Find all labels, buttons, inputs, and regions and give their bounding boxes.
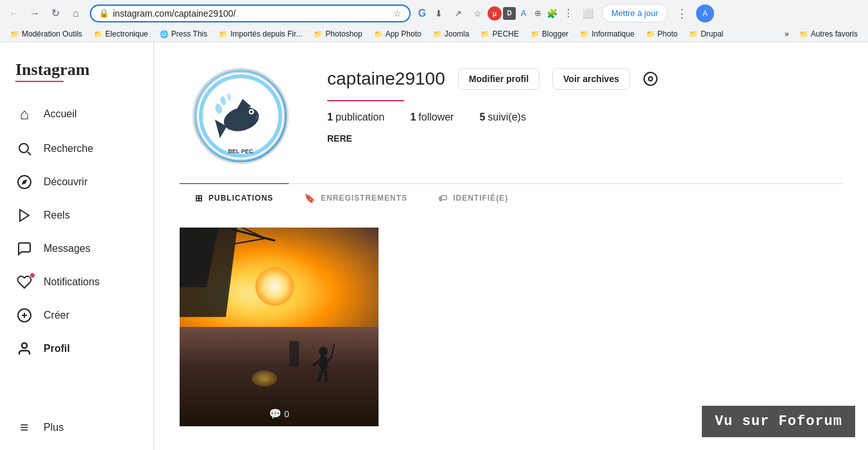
grid-icon: ⊞	[195, 193, 203, 203]
bookmark-label: PECHE	[492, 29, 518, 38]
sidebar-item-creer[interactable]: Créer	[8, 300, 146, 331]
bookmark-label: Importés depuis Fir...	[230, 29, 302, 38]
bookmark-press-this[interactable]: 🌐 Press This	[155, 28, 212, 40]
notification-dot	[30, 272, 35, 278]
folder-icon: 📁	[219, 30, 228, 38]
post-thumbnail[interactable]: 💬 0	[180, 228, 379, 426]
sidebar-item-label: Notifications	[44, 276, 99, 288]
sidebar-item-decouvrir[interactable]: Découvrir	[8, 167, 146, 197]
settings-button[interactable]	[643, 71, 658, 87]
sidebar-item-profil[interactable]: Profil	[8, 333, 146, 364]
sidebar-item-notifications[interactable]: Notifications	[8, 267, 146, 297]
followers-count: 1	[410, 112, 416, 123]
tab-label: ENREGISTREMENTS	[321, 194, 407, 203]
svg-line-1	[28, 152, 31, 155]
bookmark-icon: 🔖	[304, 193, 316, 203]
ext-translate-icon[interactable]: A	[517, 7, 530, 20]
bookmark-joomla[interactable]: 📁 Joomla	[428, 28, 475, 40]
bookmark-star-icon[interactable]: ☆	[468, 4, 486, 22]
svg-point-21	[644, 72, 657, 85]
tab-identifie[interactable]: 🏷 IDENTIFIÉ(E)	[423, 183, 523, 212]
sidebar-item-reels[interactable]: Reels	[8, 200, 146, 231]
svg-marker-3	[22, 179, 27, 185]
compass-icon	[15, 174, 33, 190]
bookmark-informatique[interactable]: 📁 Informatique	[575, 28, 640, 40]
profile-icon[interactable]: A	[696, 4, 714, 22]
address-bar[interactable]: 🔒 instagram.com/captaine29100/ ☆	[90, 4, 411, 22]
bookmark-importes[interactable]: 📁 Importés depuis Fir...	[214, 28, 307, 40]
svg-point-8	[22, 343, 27, 348]
following-count: 5	[479, 112, 485, 123]
sidebar-item-label: Accueil	[44, 108, 77, 120]
bookmark-drupal[interactable]: 📁 Drupal	[684, 28, 728, 40]
building-silhouette	[289, 341, 299, 367]
tab-publications[interactable]: ⊞ PUBLICATIONS	[180, 183, 289, 212]
svg-line-26	[328, 356, 332, 362]
sidebar-item-recherche[interactable]: Recherche	[8, 133, 146, 164]
stat-followers[interactable]: 1 follower	[410, 112, 454, 123]
bookmark-label: Electronique	[105, 29, 148, 38]
download-icon[interactable]: ⬇	[430, 4, 448, 22]
sidebar-item-label: Profil	[44, 343, 70, 354]
folder-icon: 📁	[481, 30, 489, 38]
browser-toolbar: ← → ↻ ⌂ 🔒 instagram.com/captaine29100/ ☆…	[0, 0, 868, 26]
ext-misc-icon[interactable]: ⊕	[531, 7, 544, 20]
folder-icon: 📁	[646, 30, 655, 38]
bookmark-label: Blogger	[542, 29, 568, 38]
extension-icons: G ⬇ ↗ ☆ µ D A ⊕ 🧩 ⋮ ⬜	[416, 4, 597, 22]
forward-button[interactable]: →	[26, 4, 44, 22]
refresh-button[interactable]: ↻	[46, 4, 64, 22]
sun	[255, 267, 294, 306]
folder-icon: 📁	[10, 30, 19, 38]
fisherman-silhouette	[312, 344, 335, 394]
bookmark-peche[interactable]: 📁 PECHE	[475, 28, 523, 40]
publications-count: 1	[327, 112, 333, 123]
stat-following[interactable]: 5 suivi(e)s	[479, 112, 525, 123]
bookmark-photo[interactable]: 📁 Photo	[641, 28, 683, 40]
svg-marker-4	[20, 210, 29, 221]
sidebar-item-label: Reels	[44, 210, 70, 221]
profile-avatar-container: BEL PEC	[192, 68, 289, 164]
svg-point-0	[19, 144, 28, 153]
back-button[interactable]: ←	[5, 4, 23, 22]
bookmark-app-photo[interactable]: 📁 App Photo	[369, 28, 427, 40]
bookmark-label: Joomla	[445, 29, 470, 38]
sidebar-toggle[interactable]: ⬜	[579, 4, 597, 22]
menu-button[interactable]: ⋮	[673, 4, 691, 22]
bookmark-blogger[interactable]: 📁 Blogger	[525, 28, 574, 40]
sidebar-item-plus[interactable]: ≡ Plus	[8, 412, 146, 444]
browser-nav-buttons: ← → ↻ ⌂	[5, 4, 85, 22]
bookmark-label: Drupal	[701, 29, 723, 38]
bookmark-photoshop[interactable]: 📁 Photoshop	[309, 28, 367, 40]
home-button[interactable]: ⌂	[67, 4, 85, 22]
edit-profile-button[interactable]: Modifier profil	[458, 68, 540, 90]
tab-bar: ⊞ PUBLICATIONS 🔖 ENREGISTREMENTS 🏷 IDENT…	[180, 183, 842, 212]
sidebar-item-accueil[interactable]: ⌂ Accueil	[8, 97, 146, 131]
sidebar-item-messages[interactable]: Messages	[8, 233, 146, 264]
home-icon: ⌂	[15, 105, 33, 123]
view-archives-button[interactable]: Voir archives	[552, 68, 630, 90]
profile-avatar: BEL PEC	[192, 68, 289, 164]
bookmark-electronique[interactable]: 📁 Electronique	[89, 28, 153, 40]
tab-enregistrements[interactable]: 🔖 ENREGISTREMENTS	[289, 183, 423, 212]
ext-dark-icon[interactable]: D	[503, 7, 516, 20]
bookmark-moderation[interactable]: 📁 Modération Outils	[5, 28, 87, 40]
update-button[interactable]: Mettre à jour	[602, 4, 668, 22]
watermark: Vu sur Foforum	[702, 406, 855, 437]
avatar-image: BEL PEC	[196, 71, 285, 161]
extensions-button[interactable]: ⋮	[559, 4, 577, 22]
bookmark-autres-favoris[interactable]: 📁 Autres favoris	[794, 28, 863, 40]
logo-underline	[15, 81, 64, 82]
star-icon[interactable]: ☆	[393, 8, 402, 19]
more-icon: ≡	[15, 419, 33, 436]
stat-publications: 1 publication	[327, 112, 384, 123]
google-icon: G	[416, 7, 429, 20]
profile-header: BEL PEC captaine29100 Modifier profil Vo…	[154, 42, 868, 183]
sun-reflection	[251, 371, 277, 387]
ext-puzzle-icon[interactable]: 🧩	[545, 7, 558, 20]
username-underline	[327, 100, 404, 101]
following-label: suivi(e)s	[488, 112, 526, 123]
ublock-icon[interactable]: µ	[488, 6, 502, 21]
bookmark-more[interactable]: »	[781, 28, 793, 40]
share-icon[interactable]: ↗	[449, 4, 467, 22]
